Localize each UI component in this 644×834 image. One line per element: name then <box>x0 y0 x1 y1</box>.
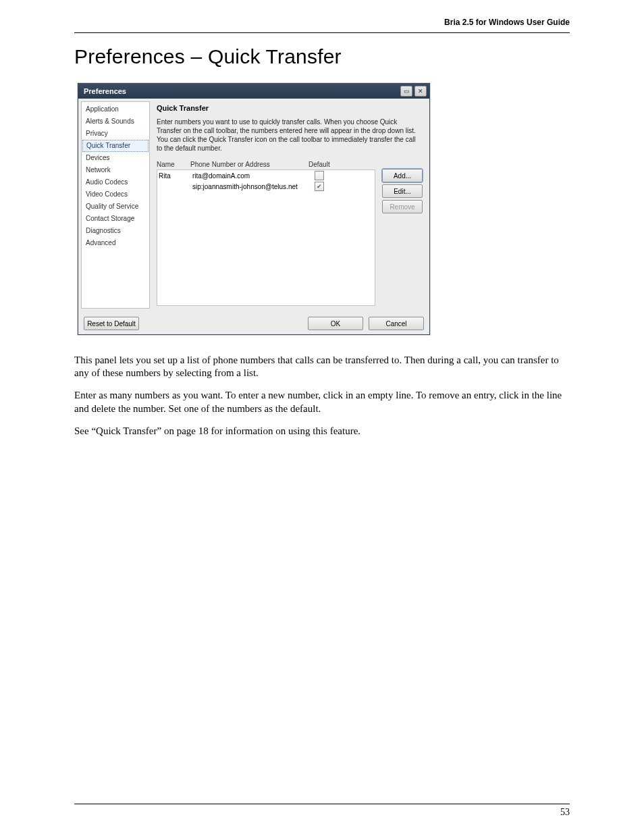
col-default: Default <box>308 161 349 168</box>
remove-button[interactable]: Remove <box>382 200 423 213</box>
sidebar-item-network[interactable]: Network <box>82 164 149 176</box>
body-paragraph-1: This panel lets you set up a list of pho… <box>74 354 570 380</box>
sidebar-item-alerts-sounds[interactable]: Alerts & Sounds <box>82 115 149 128</box>
main-panel: Quick Transfer Enter numbers you want to… <box>151 101 427 309</box>
close-icon[interactable]: ✕ <box>414 86 427 97</box>
sidebar-item-devices[interactable]: Devices <box>82 152 149 164</box>
table-row[interactable]: Rita rita@domainA.com <box>157 170 375 181</box>
minimize-icon[interactable]: ▭ <box>400 86 412 97</box>
panel-description: Enter numbers you want to use to quickly… <box>157 118 423 153</box>
body-paragraph-2: Enter as many numbers as you want. To en… <box>74 389 570 415</box>
category-sidebar: Application Alerts & Sounds Privacy Quic… <box>81 101 150 309</box>
cancel-button[interactable]: Cancel <box>369 317 424 330</box>
cell-address: rita@domainA.com <box>192 172 311 180</box>
preferences-dialog: Preferences ▭ ✕ Application Alerts & Sou… <box>78 83 430 335</box>
doc-header: Bria 2.5 for Windows User Guide <box>41 18 603 32</box>
edit-button[interactable]: Edit... <box>382 184 423 198</box>
cell-address: sip:joannasmith-johnson@telus.net <box>192 183 311 190</box>
default-checkbox[interactable]: ✔ <box>315 182 324 191</box>
header-rule <box>74 32 570 33</box>
sidebar-item-application[interactable]: Application <box>82 103 149 115</box>
transfer-table: Name Phone Number or Address Default Rit… <box>157 159 375 306</box>
page-number: 53 <box>41 807 603 818</box>
cell-name: Rita <box>159 172 192 180</box>
body-paragraph-3: See “Quick Transfer” on page 18 for info… <box>74 425 570 438</box>
add-button[interactable]: Add... <box>382 169 423 182</box>
panel-title: Quick Transfer <box>157 104 423 112</box>
sidebar-item-privacy[interactable]: Privacy <box>82 128 149 140</box>
sidebar-item-audio-codecs[interactable]: Audio Codecs <box>82 176 149 188</box>
sidebar-item-qos[interactable]: Quality of Service <box>82 201 149 213</box>
column-headers: Name Phone Number or Address Default <box>157 159 375 170</box>
col-address: Phone Number or Address <box>190 161 308 168</box>
dialog-titlebar[interactable]: Preferences ▭ ✕ <box>78 84 429 99</box>
sidebar-item-quick-transfer[interactable]: Quick Transfer <box>82 140 149 152</box>
dialog-title: Preferences <box>84 87 398 95</box>
ok-button[interactable]: OK <box>308 317 363 330</box>
col-name: Name <box>157 161 190 168</box>
footer-rule <box>74 804 570 804</box>
sidebar-item-contact-storage[interactable]: Contact Storage <box>82 213 149 225</box>
default-checkbox[interactable] <box>315 171 324 180</box>
sidebar-item-diagnostics[interactable]: Diagnostics <box>82 225 149 237</box>
sidebar-item-video-codecs[interactable]: Video Codecs <box>82 188 149 201</box>
sidebar-item-advanced[interactable]: Advanced <box>82 237 149 249</box>
reset-button[interactable]: Reset to Default <box>84 317 139 330</box>
table-row[interactable]: sip:joannasmith-johnson@telus.net ✔ <box>157 181 375 192</box>
page-title: Preferences – Quick Transfer <box>74 45 603 68</box>
